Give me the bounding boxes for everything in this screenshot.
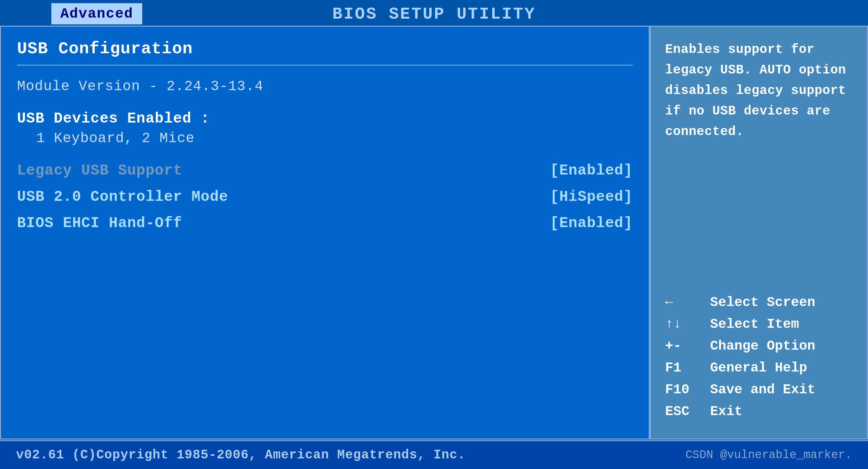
module-version: Module Version - 2.24.3-13.4 [17, 78, 633, 94]
divider [17, 65, 633, 65]
status-bar-copyright: v02.61 (C)Copyright 1985-2006, American … [16, 448, 465, 462]
keybind-key-updown: ↑↓ [665, 316, 704, 332]
keybind-key-arrow: ← [665, 295, 704, 310]
usb-devices-label: USB Devices Enabled : [17, 110, 633, 127]
keybind-desc-select-screen: Select Screen [710, 295, 815, 310]
left-panel: USB Configuration Module Version - 2.24.… [0, 26, 650, 439]
keybind-key-f1: F1 [665, 360, 704, 376]
keybind-desc-select-item: Select Item [710, 316, 799, 332]
keybind-desc-change-option: Change Option [710, 338, 815, 354]
keybind-row-select-item: ↑↓ Select Item [665, 316, 852, 332]
right-panel: Enables support for legacy USB. AUTO opt… [650, 26, 868, 439]
keybind-desc-f1: General Help [710, 360, 807, 376]
config-value-legacy-usb: [Enabled] [550, 162, 633, 179]
keybind-row-select-screen: ← Select Screen [665, 295, 852, 310]
keybind-desc-f10: Save and Exit [710, 382, 815, 398]
bios-title: BIOS SETUP UTILITY [332, 5, 536, 24]
keybind-key-esc: ESC [665, 404, 704, 419]
title-bar: Advanced BIOS SETUP UTILITY [0, 0, 868, 26]
config-row-usb20[interactable]: USB 2.0 Controller Mode [HiSpeed] [17, 189, 633, 205]
usb-devices-value: 1 Keyboard, 2 Mice [36, 130, 633, 146]
config-key-legacy-usb: Legacy USB Support [17, 162, 182, 179]
keybind-row-change-option: +- Change Option [665, 338, 852, 354]
help-text: Enables support for legacy USB. AUTO opt… [665, 39, 852, 142]
config-key-ehci: BIOS EHCI Hand-Off [17, 215, 182, 232]
keybind-section: ← Select Screen ↑↓ Select Item +- Change… [665, 295, 852, 426]
section-title: USB Configuration [17, 39, 633, 58]
main-content: USB Configuration Module Version - 2.24.… [0, 26, 868, 439]
nav-tab[interactable]: Advanced [51, 3, 142, 24]
config-row-legacy-usb[interactable]: Legacy USB Support [Enabled] [17, 162, 633, 179]
keybind-desc-esc: Exit [710, 404, 743, 419]
status-bar: v02.61 (C)Copyright 1985-2006, American … [0, 440, 868, 469]
keybind-key-plusminus: +- [665, 338, 704, 354]
status-bar-watermark: CSDN @vulnerable_marker. [686, 448, 852, 462]
config-row-ehci[interactable]: BIOS EHCI Hand-Off [Enabled] [17, 215, 633, 232]
config-key-usb20: USB 2.0 Controller Mode [17, 189, 228, 205]
keybind-key-f10: F10 [665, 382, 704, 398]
config-value-ehci: [Enabled] [550, 215, 633, 232]
config-value-usb20: [HiSpeed] [550, 189, 633, 205]
keybind-row-esc: ESC Exit [665, 404, 852, 419]
keybind-row-f10: F10 Save and Exit [665, 382, 852, 398]
config-table: Legacy USB Support [Enabled] USB 2.0 Con… [17, 162, 633, 232]
keybind-row-f1: F1 General Help [665, 360, 852, 376]
